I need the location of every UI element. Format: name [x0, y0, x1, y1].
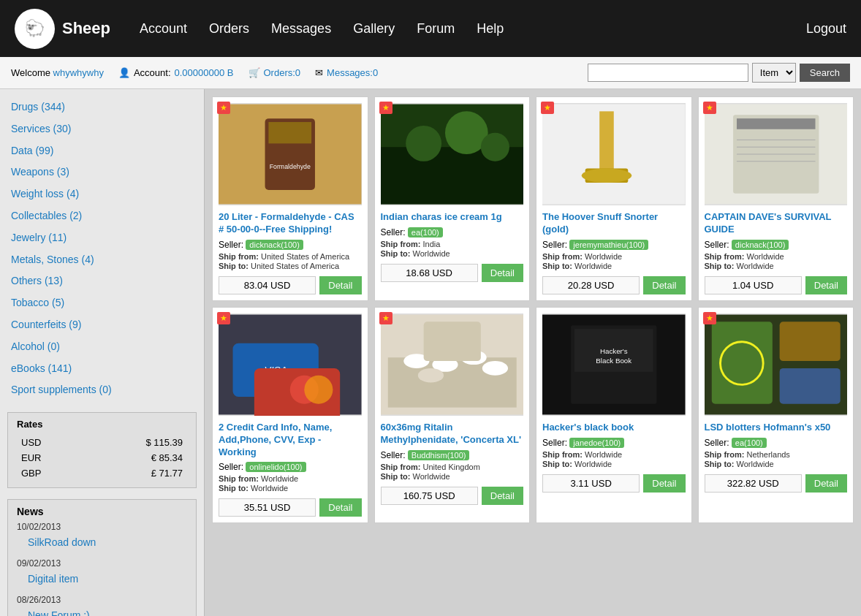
product-image [381, 313, 524, 416]
seller-badge: dicknack(100) [732, 240, 789, 250]
main-header: 🐑 Sheep Account Orders Messages Gallery … [0, 0, 861, 57]
product-footer: 18.68 USD Detail [381, 264, 524, 282]
messages-info: ✉ Messages:0 [315, 67, 378, 78]
sidebar-category-data[interactable]: Data (99) [0, 140, 204, 162]
ship-from: Ship from: Worldwide [705, 252, 848, 261]
detail-button[interactable]: Detail [805, 276, 847, 294]
nav-messages[interactable]: Messages [271, 21, 331, 37]
product-footer: 35.51 USD Detail [219, 498, 362, 517]
svg-rect-10 [599, 111, 614, 175]
detail-button[interactable]: Detail [805, 474, 847, 493]
svg-point-12 [582, 169, 631, 183]
sidebar-category-weight-loss[interactable]: Weight loss (4) [0, 183, 204, 205]
search-type-select[interactable]: Item [752, 63, 796, 83]
detail-button[interactable]: Detail [319, 498, 361, 517]
svg-text:Black Book: Black Book [596, 357, 631, 365]
nav-gallery[interactable]: Gallery [353, 21, 395, 37]
product-footer: 3.11 USD Detail [542, 474, 686, 493]
product-card: ★ LSD blotters Hofmann's x50 Seller: ea(… [698, 307, 854, 524]
product-image [381, 103, 524, 205]
main-nav: Account Orders Messages Gallery Forum He… [140, 21, 806, 37]
svg-point-8 [480, 133, 509, 161]
product-card: ★ VISA 2 Credit Card Info, Name, Add,Pho… [212, 307, 368, 524]
product-image [542, 103, 686, 205]
nav-help[interactable]: Help [477, 21, 504, 37]
account-balance-info: 👤 Account: 0.00000000 B [118, 67, 234, 78]
mail-icon: ✉ [315, 67, 323, 78]
product-title: Hacker's black book [542, 422, 686, 434]
seller-badge: onlinelido(100) [246, 462, 306, 472]
sidebar-category-others[interactable]: Others (13) [0, 270, 204, 292]
ship-to: Ship to: Worldwide [705, 460, 848, 468]
sidebar-category-tobacco[interactable]: Tobacco (5) [0, 292, 204, 314]
star-badge: ★ [217, 102, 230, 114]
product-seller: Seller: onlinelido(100) [219, 462, 362, 472]
nav-forum[interactable]: Forum [417, 21, 455, 37]
svg-text:Formaldehyde: Formaldehyde [270, 163, 311, 170]
product-card: ★ The Hoover Snuff Snorter (gold) Seller… [536, 96, 692, 301]
product-price: 322.82 USD [705, 474, 802, 493]
ship-from: Ship from: United States of America [219, 252, 362, 261]
product-seller: Seller: janedoe(100) [542, 438, 686, 448]
rates-box: Rates USD$ 115.39EUR€ 85.34GBP£ 71.77 [7, 412, 197, 488]
product-title: The Hoover Snuff Snorter (gold) [542, 211, 686, 236]
product-card: ★ CAPTAIN DAVE's SURVIVAL GUIDE Seller: … [698, 96, 854, 301]
product-price: 35.51 USD [219, 498, 316, 517]
product-title: CAPTAIN DAVE's SURVIVAL GUIDE [705, 211, 848, 236]
account-balance[interactable]: 0.00000000 B [175, 67, 234, 78]
news-link[interactable]: Digital item [17, 569, 187, 590]
sidebar-category-collectables[interactable]: Collectables (2) [0, 205, 204, 227]
messages-link[interactable]: Messages:0 [327, 67, 378, 78]
svg-rect-42 [779, 368, 840, 404]
sidebar-category-alcohol[interactable]: Alcohol (0) [0, 336, 204, 358]
topbar: Welcome whywhywhy 👤 Account: 0.00000000 … [0, 57, 861, 89]
detail-button[interactable]: Detail [482, 487, 523, 505]
sidebar-category-services[interactable]: Services (30) [0, 118, 204, 140]
welcome-text: Welcome whywhywhy [11, 67, 104, 78]
news-link[interactable]: SilkRoad down [17, 532, 187, 554]
ship-to: Ship to: Worldwide [219, 484, 362, 493]
svg-text:Hacker's: Hacker's [600, 347, 628, 355]
person-icon: 👤 [118, 67, 130, 78]
news-link[interactable]: New Forum :) [17, 605, 187, 616]
nav-account[interactable]: Account [140, 21, 187, 37]
nav-orders[interactable]: Orders [209, 21, 249, 37]
search-input[interactable] [588, 64, 748, 82]
sidebar-category-sport-supplements[interactable]: Sport supplements (0) [0, 379, 204, 401]
detail-button[interactable]: Detail [643, 276, 685, 294]
svg-point-32 [417, 368, 443, 383]
detail-button[interactable]: Detail [319, 276, 361, 294]
sidebar-category-weapons[interactable]: Weapons (3) [0, 161, 204, 183]
sidebar-category-counterfeits[interactable]: Counterfeits (9) [0, 314, 204, 336]
product-price: 83.04 USD [219, 276, 316, 294]
product-price: 3.11 USD [542, 474, 640, 493]
product-price: 1.04 USD [705, 276, 802, 294]
seller-badge: ea(100) [408, 227, 443, 237]
ship-from: Ship from: Worldwide [219, 474, 362, 483]
ship-to: Ship to: Worldwide [381, 249, 524, 258]
rates-table: USD$ 115.39EUR€ 85.34GBP£ 71.77 [17, 434, 187, 482]
search-area: Item Search [588, 63, 850, 83]
orders-link[interactable]: Orders:0 [264, 67, 301, 78]
product-image: VISA [219, 313, 362, 416]
product-image: Formaldehyde [219, 103, 362, 205]
detail-button[interactable]: Detail [643, 474, 685, 493]
sidebar-category-ebooks[interactable]: eBooks (141) [0, 358, 204, 380]
sidebar-category-jewelry[interactable]: Jewelry (11) [0, 227, 204, 249]
svg-point-31 [482, 361, 507, 376]
sidebar-category-drugs[interactable]: Drugs (344) [0, 96, 204, 118]
username-link[interactable]: whywhywhy [53, 67, 104, 78]
detail-button[interactable]: Detail [482, 264, 523, 282]
rate-row: GBP£ 71.77 [18, 466, 186, 480]
sidebar-category-metals,-stones[interactable]: Metals, Stones (4) [0, 249, 204, 271]
star-badge: ★ [379, 312, 392, 324]
news-list: 10/02/2013SilkRoad down09/02/2013Digital… [17, 522, 187, 616]
svg-point-6 [406, 126, 441, 161]
logout-button[interactable]: Logout [806, 21, 846, 37]
product-card: ★ Indian charas ice cream 1g Seller: ea(… [374, 96, 531, 301]
product-seller: Seller: dicknack(100) [219, 240, 362, 250]
main-layout: Drugs (344)Services (30)Data (99)Weapons… [0, 89, 861, 616]
product-image [705, 313, 848, 416]
ship-to: Ship to: Worldwide [542, 262, 686, 270]
search-button[interactable]: Search [800, 64, 850, 82]
